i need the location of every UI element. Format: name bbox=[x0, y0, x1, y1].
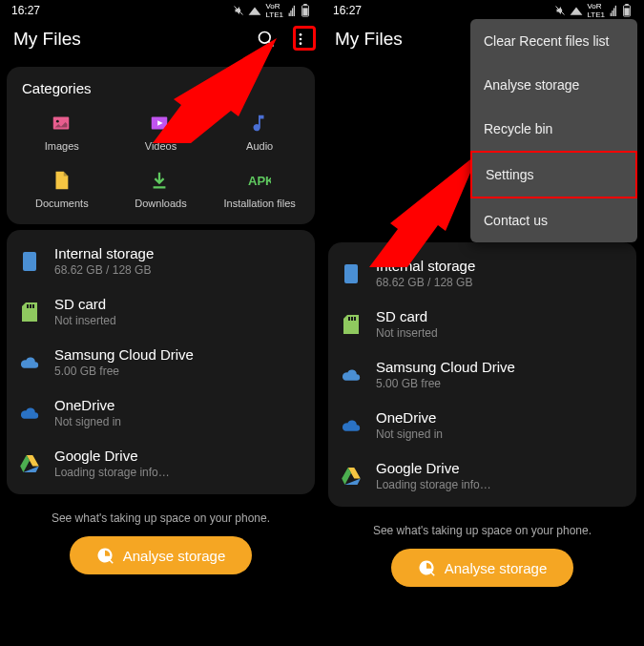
category-label: Images bbox=[45, 140, 79, 152]
storage-title: Samsung Cloud Drive bbox=[376, 359, 515, 375]
svg-rect-3 bbox=[292, 8, 293, 16]
sd-icon bbox=[20, 302, 39, 322]
apk-icon: APK bbox=[248, 169, 271, 192]
sd-icon bbox=[342, 315, 361, 334]
menu-item-settings[interactable]: Settings bbox=[470, 151, 637, 198]
svg-line-9 bbox=[269, 42, 274, 47]
category-audio[interactable]: Audio bbox=[210, 108, 309, 156]
storage-google-drive[interactable]: Google DriveLoading storage info… bbox=[328, 450, 636, 501]
category-downloads[interactable]: Downloads bbox=[112, 165, 211, 213]
storage-samsung-cloud[interactable]: Samsung Cloud Drive5.00 GB free bbox=[7, 337, 315, 387]
storage-card-right: Internal storage68.62 GB / 128 GBSD card… bbox=[328, 242, 636, 507]
google-drive-icon bbox=[20, 454, 39, 473]
svg-rect-37 bbox=[354, 317, 356, 321]
app-title: My Files bbox=[13, 29, 81, 50]
analyse-button[interactable]: Analyse storage bbox=[70, 536, 253, 574]
images-icon bbox=[51, 112, 73, 135]
storage-title: OneDrive bbox=[54, 397, 121, 413]
phone-right: 16:27 VoRLTE1 My Files Internal storage6… bbox=[322, 0, 643, 646]
storage-subtitle: Loading storage info… bbox=[54, 466, 170, 479]
menu-item-recycle-bin[interactable]: Recycle bin bbox=[470, 107, 637, 151]
storage-onedrive[interactable]: OneDriveNot signed in bbox=[328, 400, 636, 450]
storage-subtitle: Not signed in bbox=[376, 427, 443, 441]
storage-title: Google Drive bbox=[376, 460, 491, 476]
svg-point-12 bbox=[300, 42, 302, 45]
svg-text:APK: APK bbox=[248, 174, 271, 188]
menu-item-analyse-storage[interactable]: Analyse storage bbox=[470, 63, 637, 107]
onedrive-icon bbox=[342, 416, 361, 435]
svg-rect-29 bbox=[613, 8, 614, 16]
svg-rect-4 bbox=[294, 6, 295, 16]
category-images[interactable]: Images bbox=[12, 108, 112, 156]
storage-sd[interactable]: SD cardNot inserted bbox=[328, 299, 636, 349]
storage-title: SD card bbox=[54, 296, 116, 312]
svg-point-10 bbox=[300, 33, 302, 36]
svg-rect-28 bbox=[612, 10, 613, 16]
videos-icon bbox=[149, 112, 172, 135]
internal-icon bbox=[20, 252, 39, 271]
category-apk[interactable]: APKInstallation files bbox=[210, 165, 309, 213]
search-icon[interactable] bbox=[257, 30, 276, 49]
category-label: Videos bbox=[145, 140, 177, 152]
storage-title: OneDrive bbox=[376, 409, 443, 426]
storage-internal[interactable]: Internal storage68.62 GB / 128 GB bbox=[328, 248, 636, 299]
svg-rect-6 bbox=[302, 8, 307, 15]
status-indicators: VoRLTE1 bbox=[554, 2, 632, 19]
samsung-cloud-icon bbox=[342, 365, 361, 385]
app-title: My Files bbox=[335, 29, 403, 50]
storage-title: Google Drive bbox=[54, 448, 170, 464]
storage-title: Internal storage bbox=[54, 245, 154, 261]
svg-rect-7 bbox=[303, 4, 307, 6]
svg-rect-36 bbox=[351, 317, 353, 321]
storage-google-drive[interactable]: Google DriveLoading storage info… bbox=[7, 438, 315, 489]
storage-subtitle: Not signed in bbox=[54, 415, 121, 428]
svg-rect-34 bbox=[344, 264, 358, 283]
category-documents[interactable]: Documents bbox=[12, 165, 112, 213]
storage-title: Internal storage bbox=[376, 258, 475, 274]
svg-point-14 bbox=[56, 120, 59, 123]
category-label: Installation files bbox=[224, 198, 296, 209]
google-drive-icon bbox=[342, 467, 361, 486]
audio-icon bbox=[248, 112, 271, 135]
category-label: Documents bbox=[35, 198, 89, 209]
storage-subtitle: 5.00 GB free bbox=[54, 365, 194, 378]
storage-sd[interactable]: SD cardNot inserted bbox=[7, 286, 315, 337]
svg-rect-1 bbox=[289, 13, 290, 16]
status-bar: 16:27 VoRLTE1 bbox=[0, 0, 322, 21]
storage-subtitle: 68.62 GB / 128 GB bbox=[54, 263, 154, 277]
onedrive-icon bbox=[20, 404, 39, 423]
storage-onedrive[interactable]: OneDriveNot signed in bbox=[7, 387, 315, 438]
storage-samsung-cloud[interactable]: Samsung Cloud Drive5.00 GB free bbox=[328, 349, 636, 400]
storage-subtitle: 5.00 GB free bbox=[376, 377, 515, 390]
hint-text: See what's taking up space on your phone… bbox=[0, 511, 322, 525]
storage-subtitle: Loading storage info… bbox=[376, 478, 491, 491]
storage-card: Internal storage68.62 GB / 128 GBSD card… bbox=[7, 230, 315, 494]
svg-rect-2 bbox=[290, 10, 291, 16]
status-time: 16:27 bbox=[11, 4, 40, 17]
overflow-menu: Clear Recent files listAnalyse storageRe… bbox=[470, 19, 637, 242]
analyse-button[interactable]: Analyse storage bbox=[391, 549, 574, 587]
svg-rect-30 bbox=[615, 6, 616, 16]
category-videos[interactable]: Videos bbox=[112, 108, 211, 156]
storage-internal[interactable]: Internal storage68.62 GB / 128 GB bbox=[7, 236, 315, 286]
menu-item-clear-recent-files-list[interactable]: Clear Recent files list bbox=[470, 19, 637, 63]
internal-icon bbox=[342, 264, 361, 283]
storage-subtitle: Not inserted bbox=[376, 326, 438, 340]
menu-item-contact-us[interactable]: Contact us bbox=[470, 198, 637, 242]
svg-rect-33 bbox=[625, 4, 629, 6]
more-menu-icon[interactable] bbox=[293, 31, 308, 48]
documents-icon bbox=[51, 169, 73, 192]
storage-title: Samsung Cloud Drive bbox=[54, 346, 194, 363]
downloads-icon bbox=[149, 169, 172, 192]
categories-heading: Categories bbox=[12, 78, 309, 108]
category-label: Audio bbox=[246, 140, 273, 152]
svg-rect-32 bbox=[624, 8, 629, 15]
status-indicators: VoRLTE1 bbox=[233, 2, 310, 19]
svg-rect-27 bbox=[611, 13, 612, 16]
svg-rect-35 bbox=[348, 317, 350, 321]
categories-card: Categories ImagesVideosAudioDocumentsDow… bbox=[7, 67, 315, 224]
app-bar: My Files bbox=[0, 21, 322, 61]
category-label: Downloads bbox=[135, 198, 186, 209]
categories-grid: ImagesVideosAudioDocumentsDownloadsAPKIn… bbox=[12, 108, 309, 213]
storage-title: SD card bbox=[376, 308, 438, 324]
